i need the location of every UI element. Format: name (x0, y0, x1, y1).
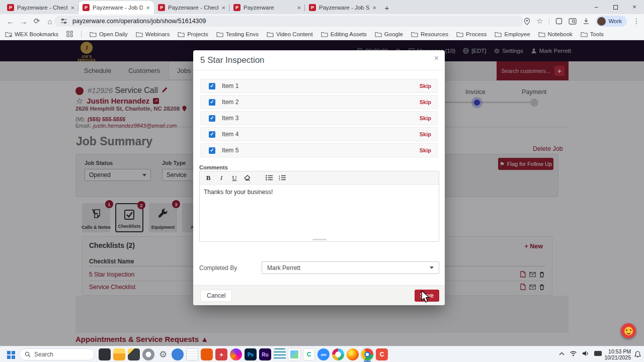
completed-by-select[interactable]: Mark Perrett (262, 261, 439, 274)
address-bar[interactable]: payzerware.com/operations/job/show/51614… (54, 16, 523, 27)
tab-title: Payzerware (244, 5, 294, 11)
item-checkbox-checked[interactable]: ✓ (209, 99, 215, 106)
comments-editor[interactable]: B I U 123 Thanks for your business! (199, 171, 439, 242)
browser-tab-3[interactable]: P Payzerware - Checklists × (154, 1, 229, 14)
tab-close-icon[interactable]: × (221, 5, 225, 11)
extension-icon[interactable] (555, 18, 562, 25)
bookmark-folder-12[interactable]: Tools (581, 31, 604, 37)
window-close-button[interactable]: × (625, 0, 644, 14)
skip-link[interactable]: Skip (420, 99, 431, 105)
item-checkbox-checked[interactable]: ✓ (209, 147, 215, 154)
capcut-taskbar-icon[interactable]: C (376, 348, 388, 360)
slack-taskbar-icon[interactable] (332, 348, 344, 360)
resize-grip[interactable] (312, 239, 327, 240)
comments-text[interactable]: Thanks for your business! (204, 189, 273, 196)
back-icon[interactable]: ← (4, 17, 17, 26)
wifi-icon[interactable] (570, 350, 577, 356)
utility-tool-taskbar-icon[interactable]: + (215, 348, 227, 360)
device-icon[interactable] (594, 351, 602, 356)
bookmark-folder-7[interactable]: Google (375, 31, 403, 37)
tab-close-icon[interactable]: × (70, 5, 74, 11)
browser-profile-chip[interactable]: Work (596, 16, 627, 27)
item-checkbox-checked[interactable]: ✓ (209, 83, 215, 89)
folder-icon (581, 31, 588, 37)
skip-link[interactable]: Skip (420, 83, 431, 89)
chrome-taskbar-icon[interactable] (361, 348, 373, 360)
new-tab-button[interactable]: + (380, 1, 393, 14)
italic-button[interactable]: I (218, 174, 225, 182)
bookmark-folder-11[interactable]: Notebook (538, 31, 573, 37)
bookmark-folder-5[interactable]: Video Content (267, 31, 313, 37)
camtasia-taskbar-icon[interactable]: C (303, 348, 315, 360)
tab-close-icon[interactable]: × (372, 5, 376, 11)
location-icon[interactable] (524, 18, 530, 25)
document-app-taskbar-icon[interactable] (186, 348, 198, 360)
photos-app-taskbar-icon[interactable] (288, 348, 300, 360)
bold-button[interactable]: B (205, 174, 212, 182)
bookmark-folder-10[interactable]: Employee (495, 31, 530, 37)
bookmark-folder-8[interactable]: Resources (411, 31, 448, 37)
list-ol-icon[interactable]: 123 (279, 175, 286, 180)
apps-grid-icon[interactable] (66, 31, 73, 37)
browser-tab-1[interactable]: P Payzerware - Checklists × (3, 1, 78, 14)
firefox-taskbar-icon[interactable] (347, 348, 359, 360)
reload-icon[interactable]: ⟳ (30, 17, 43, 26)
bookmark-label: Testing Envs (226, 31, 259, 37)
file-explorer-taskbar-icon[interactable] (113, 348, 125, 360)
tab-close-icon[interactable]: × (297, 5, 301, 11)
adobe-cc-taskbar-icon[interactable] (201, 348, 213, 360)
sticky-notes-taskbar-icon[interactable] (128, 348, 140, 360)
tab-close-icon[interactable]: × (146, 5, 150, 11)
notification-bell-icon[interactable] (634, 351, 641, 358)
bookmark-folder-4[interactable]: Testing Envs (216, 31, 259, 37)
people-app-taskbar-icon[interactable] (172, 348, 184, 360)
browser-tab-5[interactable]: P Payzerware - Job Summary × (305, 1, 380, 14)
bookmark-star-icon[interactable]: ☆ (536, 17, 543, 26)
checklist-modal: 5 Star Inspection × ✓ Item 1 Skip ✓ Item… (193, 50, 445, 305)
item-checkbox-checked[interactable]: ✓ (209, 115, 215, 122)
skip-link[interactable]: Skip (420, 115, 431, 121)
window-minimize-button[interactable]: – (587, 0, 606, 14)
chat-widget-button[interactable] (621, 323, 636, 338)
folder-icon (90, 31, 97, 37)
photoshop-taskbar-icon[interactable]: Ps (245, 348, 257, 360)
list-ul-icon[interactable] (266, 175, 273, 180)
payzerware-favicon: P (309, 4, 316, 11)
forward-icon[interactable]: → (17, 17, 30, 26)
close-icon[interactable]: × (434, 54, 439, 63)
bookmark-wex[interactable]: WEX Bookmarks (5, 31, 58, 37)
profile-avatar (597, 17, 606, 26)
bookmark-folder-3[interactable]: Projects (178, 31, 208, 37)
windows-start-button[interactable] (7, 351, 15, 359)
taskbar-clock[interactable]: 10:53 PM 10/21/2025 (604, 348, 631, 360)
eraser-icon[interactable] (244, 175, 251, 180)
browser-tab-4[interactable]: P Payzerware × (229, 1, 305, 14)
bookmark-folder-1[interactable]: Open Daily (90, 31, 128, 37)
site-info-icon[interactable] (60, 18, 67, 24)
kebab-menu-icon[interactable]: ⋮ (633, 17, 640, 25)
underline-button[interactable]: U (231, 174, 238, 182)
task-view-taskbar-icon[interactable] (99, 348, 111, 360)
skip-link[interactable]: Skip (420, 131, 431, 137)
cancel-button[interactable]: Cancel (200, 290, 232, 302)
premiere-rush-taskbar-icon[interactable]: Ru (259, 348, 271, 360)
bookmark-folder-6[interactable]: Editing Assets (321, 31, 367, 37)
download-icon[interactable] (583, 18, 590, 25)
folder-icon (495, 31, 502, 37)
zoom-taskbar-icon[interactable]: zm (317, 348, 330, 360)
chevron-up-icon[interactable] (559, 352, 565, 355)
taskbar-search-input[interactable]: Search (19, 348, 95, 360)
clipchamp-taskbar-icon[interactable] (230, 348, 242, 360)
url-text[interactable]: payzerware.com/operations/job/show/51614… (72, 18, 206, 25)
settings-app-taskbar-icon[interactable]: ⚙ (157, 348, 169, 360)
bookmark-folder-2[interactable]: Webinars (136, 31, 170, 37)
browser-tab-2-active[interactable]: P Payzerware - Job Details × (78, 1, 154, 14)
clock-app-taskbar-icon[interactable] (142, 348, 154, 360)
sidebar-search-icon[interactable] (569, 18, 577, 25)
item-checkbox-checked[interactable]: ✓ (209, 131, 215, 138)
bookmark-folder-9[interactable]: Process (456, 31, 487, 37)
volume-icon[interactable] (582, 350, 589, 356)
window-maximize-button[interactable] (606, 0, 625, 14)
skip-link[interactable]: Skip (420, 147, 431, 153)
tasks-app-taskbar-icon[interactable] (274, 348, 286, 360)
